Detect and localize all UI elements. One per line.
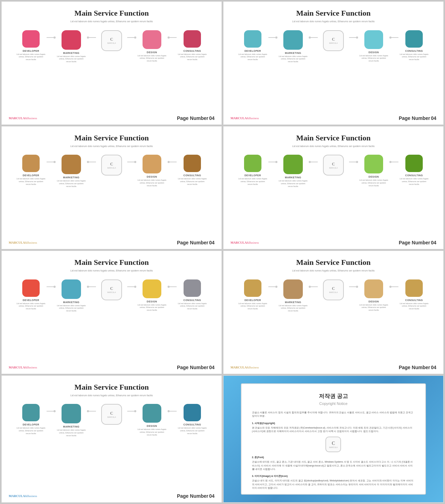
slide-7-center: CMARCULA [96,404,127,427]
s6-conn3 [349,286,358,288]
s3-des-icon [143,155,161,173]
slide-6-title: Main Service Function [234,258,433,267]
s2-con-desc: Lid est laborum dolo rumes fugatsuntras,… [400,53,429,61]
s4-con-desc: Lid est laborum dolo rumes fugatsuntras,… [400,178,429,186]
slide-6-consulting: CONSULTING Lid est laborum dolo rumes fu… [398,279,430,310]
slide-4-footer: MARCULA&Business Page Number 04 [224,240,443,245]
s2-mkt-icon [283,30,303,50]
slide-3-footer: MARCULA&Business Page Number 04 [2,240,221,245]
slide-5-center: CMARCULA [96,279,127,302]
s4-dev-desc: Lid est laborum dolo rumes fugatsuntras,… [238,178,267,186]
s5-mkt-label: MARKETING [63,301,80,303]
page-num-7: Page Number 04 [177,493,215,499]
slide-3-subtitle: Lid est laborum dolo rumes fugats untras… [12,145,211,148]
s6-dev-icon [244,279,261,297]
brand-2: MARCULA&Business [230,116,259,120]
page-num-5: Page Number 04 [177,365,215,370]
s6-con-desc: Lid est laborum dolo rumes fugatsuntras,… [400,302,429,310]
center-c-text: C MARCULA [107,37,116,44]
copyright-title-kr: 저작권 공고 [252,393,415,400]
slide-7-consulting: CONSULTING Lid est laborum dolo rumes fu… [177,404,208,435]
slide-1-subtitle: Lid est laborum dolo rumes fugats untras… [12,20,211,23]
slide-7: Main Service Function Lid est laborum do… [1,375,222,503]
s7-mkt-desc: Lid est laborum dolo rumes fugatsuntras,… [57,429,86,437]
copyright-footer: 건설소 서비저이이서이 서비 사이사 건설 ● 서비이이이에서 서비이 건설합니… [252,494,415,495]
s6-dev-desc: Lid est laborum dolo rumes fugatsuntras,… [238,302,267,310]
marketing-label: MARKETING [63,52,80,54]
page-num-4: Page Number 04 [399,240,436,245]
brand-1: MARCULA&Business [9,116,37,120]
s2-des-desc: Lid est laborum dolo rumes fugatsuntras,… [359,55,388,63]
slide-5-title: Main Service Function [12,258,211,267]
slide-3-service-row: DEVELOPER Lid est laborum dolo rumes fug… [12,155,211,188]
s2-conn2 [309,36,318,39]
slide-5-design: DESIGN Lid est laborum dolo rumes fugats… [136,279,168,312]
copyright-logo-center: C MARCULA [252,437,415,452]
copyright-title-en: Copyright Notice [252,401,415,406]
slide-1-developer: DEVELOPER Lid est laborum dolo rumes fug… [15,30,47,61]
consulting-desc: Lid est laborum dolo rumes fugatsuntras,… [178,53,207,61]
developer-label: DEVELOPER [23,50,39,52]
brand-4: MARCULA&Business [230,241,259,244]
s2-conn1 [268,36,277,39]
marketing-icon-box [62,30,81,50]
s7-conn4 [168,410,177,412]
s7-conn2 [87,410,96,412]
slide-7-service-row: DEVELOPER Lid est laborum dolo rumes fug… [12,404,211,437]
s3-dev-label: DEVELOPER [23,174,39,177]
s5-des-label: DESIGN [147,300,157,303]
slide-3: Main Service Function Lid est laborum do… [1,126,222,250]
s3-conn3 [127,161,136,163]
s2-con-label: CONSULTING [405,50,423,52]
page-num-1: Page Number 04 [177,115,215,121]
copyright-slide: 저작권 공고 Copyright Notice 건설소 서울로 서비스이 정의 … [223,375,444,503]
copyright-s3-content: 건설소 내이 된 서도, 이미지 내이된 서도의 결교 된(stockup/po… [252,479,415,490]
slide-2-consulting: CONSULTING Lid est laborum dolo rumes fu… [398,30,430,61]
slide-1-design: DESIGN Lid est laborum dolo rumes fugats… [136,30,168,63]
s6-con-icon [405,279,423,297]
design-desc: Lid est laborum dolo rumes fugatsuntras,… [138,55,167,63]
brand-6: MARCULA&Business [230,366,259,369]
s2-mkt-label: MARKETING [285,52,301,54]
slide-7-design: DESIGN Lid est laborum dolo rumes fugats… [136,404,168,436]
slide-6-center: CMARCULA [318,279,349,302]
copyright-s1-title: 1. 서작권(Copyright) [252,422,415,425]
brand-3: MARCULA&Business [9,241,37,244]
s2-conn3 [349,36,358,39]
conn3 [127,36,136,39]
slide-6: Main Service Function Lid est laborum do… [223,251,444,374]
s2-dev-icon [244,30,261,48]
s4-conn3 [349,161,358,163]
s4-mkt-desc: Lid est laborum dolo rumes fugatsuntras,… [279,180,308,188]
s5-con-label: CONSULTING [184,299,201,301]
slide-2-developer: DEVELOPER Lid est laborum dolo rumes fug… [237,30,268,61]
slide-6-service-row: DEVELOPER Lid est laborum dolo rumes fug… [234,279,433,312]
slide-3-title: Main Service Function [12,133,211,143]
s7-con-desc: Lid est laborum dolo rumes fugatsuntras,… [178,427,207,435]
slide-5-consulting: CONSULTING Lid est laborum dolo rumes fu… [177,279,208,310]
consulting-label: CONSULTING [184,50,201,52]
s6-mkt-desc: Lid est laborum dolo rumes fugatsuntras,… [279,304,308,312]
copyright-section-3: 3. 이미지(Image) & 아이콘(Icon) 건설소 내이 된 서도, 이… [252,474,415,490]
slide-2-title: Main Service Function [234,9,433,18]
slide-6-developer: DEVELOPER Lid est laborum dolo rumes fug… [237,279,268,310]
slide-7-marketing: MARKETING Lid est laborum dolo rumes fug… [56,404,87,437]
s7-dev-icon [22,404,40,421]
s5-conn2 [87,286,96,288]
slide-7-footer: MARCULA&Business Page Number 04 [2,493,221,499]
s6-center-icon: CMARCULA [323,279,344,300]
s3-des-label: DESIGN [147,176,157,178]
s6-dev-label: DEVELOPER [244,299,261,301]
slide-4: Main Service Function Lid est laborum do… [223,126,444,250]
copyright-s3-title: 3. 이미지(Image) & 아이콘(Icon) [252,474,415,478]
slide-4-subtitle: Lid est laborum dolo rumes fugats untras… [234,145,433,148]
s4-conn4 [389,161,398,163]
design-label: DESIGN [147,51,157,54]
slide-4-title: Main Service Function [234,133,433,143]
s4-dev-label: DEVELOPER [244,174,261,177]
s6-con-label: CONSULTING [405,299,423,301]
s7-des-icon [143,404,161,423]
s7-conn3 [127,410,136,412]
slide-2-marketing: MARKETING Lid est laborum dolo rumes fug… [277,30,309,63]
s4-mkt-icon [283,155,303,174]
